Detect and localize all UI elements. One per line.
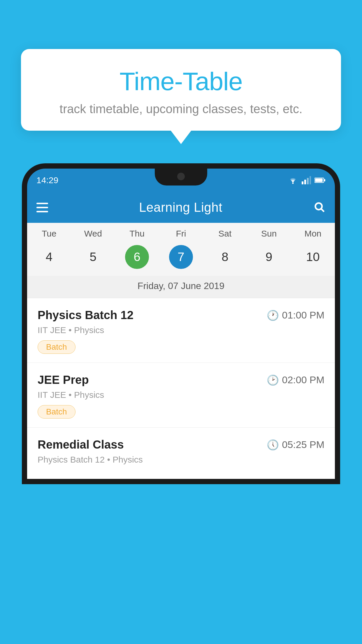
batch-badge-2: Batch xyxy=(38,405,75,419)
search-icon xyxy=(313,201,326,213)
svg-line-9 xyxy=(321,209,324,212)
date-4[interactable]: 4 xyxy=(27,244,71,270)
card-subtitle: track timetable, upcoming classes, tests… xyxy=(36,102,326,116)
svg-rect-2 xyxy=(304,180,306,184)
battery-icon xyxy=(314,177,326,183)
status-icons xyxy=(288,176,326,184)
date-9[interactable]: 9 xyxy=(247,244,291,270)
app-bar-title: Learning Light xyxy=(139,200,222,215)
calendar-section: Tue Wed Thu Fri Sat Sun Mon 4 5 6 7 xyxy=(27,223,335,298)
clock-icon-3: 🕔 xyxy=(267,439,279,451)
day-thu: Thu xyxy=(115,229,159,239)
date-7-selected[interactable]: 7 xyxy=(159,244,203,270)
app-bar: Learning Light xyxy=(27,192,335,223)
day-mon: Mon xyxy=(291,229,335,239)
card-title: Time-Table xyxy=(36,66,326,96)
camera-dot xyxy=(177,173,185,180)
day-tue: Tue xyxy=(27,229,71,239)
phone-mockup: 14:29 xyxy=(22,163,340,644)
date-10[interactable]: 10 xyxy=(291,244,335,270)
svg-rect-1 xyxy=(302,181,303,184)
svg-point-8 xyxy=(315,203,322,210)
svg-rect-7 xyxy=(315,178,323,182)
svg-rect-4 xyxy=(310,176,311,184)
schedule-item-3[interactable]: Remedial Class 🕔 05:25 PM Physics Batch … xyxy=(27,428,335,479)
hamburger-menu-icon[interactable] xyxy=(36,203,48,212)
day-sun: Sun xyxy=(247,229,291,239)
schedule-list: Physics Batch 12 🕐 01:00 PM IIT JEE • Ph… xyxy=(27,298,335,479)
schedule-item-1[interactable]: Physics Batch 12 🕐 01:00 PM IIT JEE • Ph… xyxy=(27,298,335,363)
svg-rect-6 xyxy=(324,179,325,181)
date-5[interactable]: 5 xyxy=(71,244,115,270)
day-fri: Fri xyxy=(159,229,203,239)
svg-point-0 xyxy=(292,183,294,184)
schedule-time-2: 🕑 02:00 PM xyxy=(267,374,324,386)
status-bar: 14:29 xyxy=(27,169,335,192)
clock-icon-2: 🕑 xyxy=(267,374,279,386)
schedule-title-2: JEE Prep xyxy=(38,373,89,386)
wifi-icon xyxy=(288,176,298,184)
calendar-dates: 4 5 6 7 8 9 10 xyxy=(27,241,335,276)
search-button[interactable] xyxy=(313,201,326,214)
schedule-time-3: 🕔 05:25 PM xyxy=(267,439,324,451)
day-wed: Wed xyxy=(71,229,115,239)
date-6-today[interactable]: 6 xyxy=(115,244,159,270)
phone-outer: 14:29 xyxy=(22,163,340,484)
schedule-title-1: Physics Batch 12 xyxy=(38,309,133,322)
date-8[interactable]: 8 xyxy=(203,244,247,270)
schedule-title-3: Remedial Class xyxy=(38,438,124,451)
intro-card: Time-Table track timetable, upcoming cla… xyxy=(21,49,341,131)
schedule-meta-3: Physics Batch 12 • Physics xyxy=(38,455,324,465)
schedule-item-2[interactable]: JEE Prep 🕑 02:00 PM IIT JEE • Physics Ba… xyxy=(27,363,335,428)
signal-icon xyxy=(302,176,311,184)
svg-rect-3 xyxy=(307,178,309,184)
clock-icon-1: 🕐 xyxy=(267,309,279,321)
calendar-days-header: Tue Wed Thu Fri Sat Sun Mon xyxy=(27,223,335,241)
schedule-meta-1: IIT JEE • Physics xyxy=(38,325,324,335)
schedule-meta-2: IIT JEE • Physics xyxy=(38,390,324,400)
day-sat: Sat xyxy=(203,229,247,239)
selected-date-label: Friday, 07 June 2019 xyxy=(27,276,335,298)
schedule-time-1: 🕐 01:00 PM xyxy=(267,309,324,321)
batch-badge-1: Batch xyxy=(38,340,75,354)
status-time: 14:29 xyxy=(36,175,58,185)
